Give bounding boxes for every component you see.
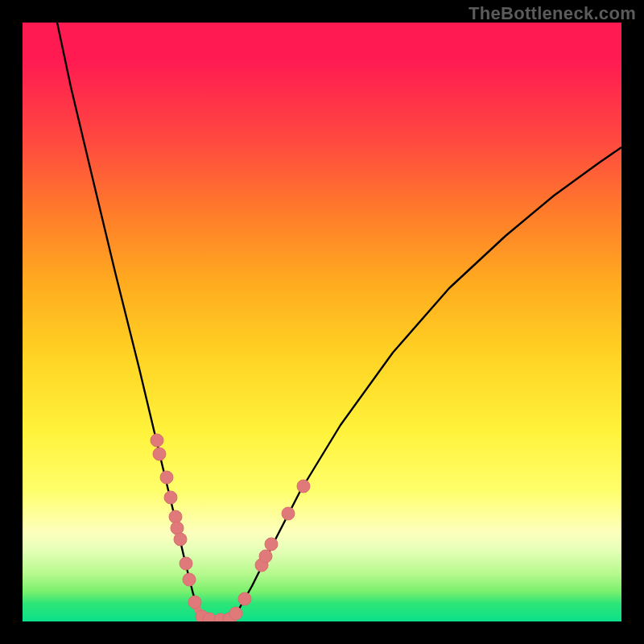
plot-svg <box>23 23 621 621</box>
svg-point-4 <box>169 510 182 523</box>
svg-point-19 <box>282 507 295 520</box>
svg-point-8 <box>183 573 196 586</box>
svg-point-15 <box>238 592 251 605</box>
svg-point-3 <box>164 491 177 504</box>
svg-point-1 <box>153 448 166 460</box>
svg-point-9 <box>188 596 201 609</box>
svg-point-2 <box>160 471 173 484</box>
svg-point-18 <box>265 538 278 551</box>
chart-frame: TheBottleneck.com <box>0 0 644 644</box>
svg-point-17 <box>259 550 272 563</box>
plot-area <box>23 23 621 621</box>
svg-point-7 <box>180 557 192 570</box>
svg-point-6 <box>174 533 187 546</box>
svg-point-5 <box>171 522 184 535</box>
svg-point-20 <box>297 480 310 493</box>
svg-point-14 <box>229 607 242 620</box>
watermark-text: TheBottleneck.com <box>469 3 636 24</box>
svg-point-0 <box>151 434 163 447</box>
